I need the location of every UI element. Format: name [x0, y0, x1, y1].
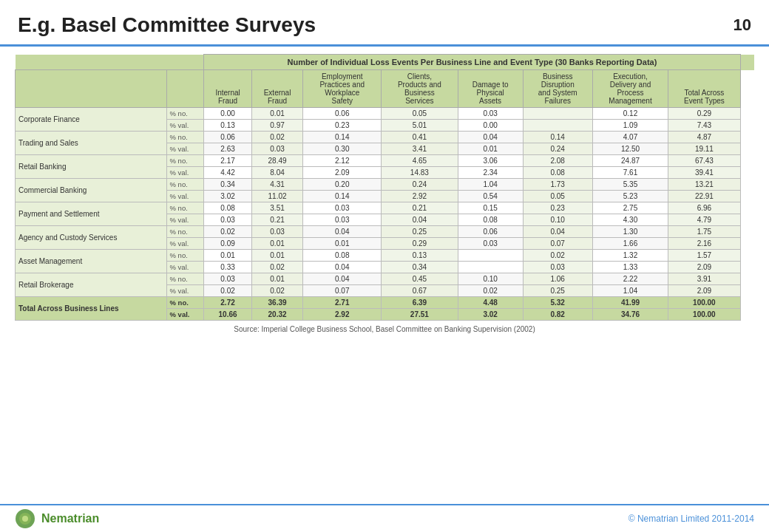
header-empty-left	[16, 55, 204, 70]
cell-no-6-7: 1.57	[668, 250, 740, 262]
cell-no-5-7: 1.75	[668, 226, 740, 238]
cell-no-0-3: 0.05	[382, 108, 458, 120]
cell-no-5-0: 0.02	[204, 226, 251, 238]
cell-val-3-4: 0.54	[458, 191, 523, 202]
cell-val-4-0: 0.03	[204, 214, 251, 226]
cell-no-4-3: 0.21	[382, 202, 458, 214]
cell-val-2-7: 39.41	[668, 167, 740, 179]
cell-val-1-3: 3.41	[382, 143, 458, 155]
page-number: 10	[734, 16, 751, 35]
data-table: Number of Individual Loss Events Per Bus…	[15, 54, 754, 321]
cell-val-2-3: 14.83	[382, 167, 458, 179]
cell-val-0-1: 0.97	[251, 120, 303, 132]
cell-val-5-1: 0.01	[251, 238, 303, 250]
cell-val-3-2: 0.14	[303, 191, 382, 202]
footer-copyright: © Nematrian Limited 2011-2014	[629, 514, 754, 524]
cell-val-7-7: 2.09	[668, 285, 740, 297]
cell-val-5-3: 0.29	[382, 238, 458, 250]
cell-no-2-3: 4.65	[382, 155, 458, 167]
cell-no-6-5: 0.02	[523, 250, 592, 262]
cell-no-1-1: 0.02	[251, 132, 303, 143]
cell-no-3-1: 4.31	[251, 179, 303, 191]
cell-val-8-6: 34.76	[592, 309, 668, 321]
cell-val-6-6: 1.33	[592, 262, 668, 273]
table-row: Total Across Business Lines% no.2.7236.3…	[16, 297, 754, 309]
cell-no-3-5: 1.73	[523, 179, 592, 191]
cell-val-0-7: 7.43	[668, 120, 740, 132]
cell-val-8-3: 27.51	[382, 309, 458, 321]
cell-no-2-7: 67.43	[668, 155, 740, 167]
cell-val-4-7: 4.79	[668, 214, 740, 226]
cell-no-8-4: 4.48	[458, 297, 523, 309]
table-row: Retail Banking% no.2.1728.492.124.653.06…	[16, 155, 754, 167]
cell-val-7-0: 0.02	[204, 285, 251, 297]
cell-val-6-1: 0.02	[251, 262, 303, 273]
cell-no-1-4: 0.04	[458, 132, 523, 143]
cell-no-2-0: 2.17	[204, 155, 251, 167]
pct-no-label-0: % no.	[166, 108, 204, 120]
row-label-5: Agency and Custody Services	[16, 226, 167, 250]
cell-no-6-0: 0.01	[204, 250, 251, 262]
cell-val-0-6: 1.09	[592, 120, 668, 132]
col-header-total: Total AcrossEvent Types	[668, 70, 740, 108]
row-label-3: Commercial Banking	[16, 179, 167, 202]
col-header-employment: EmploymentPractices andWorkplaceSafety	[303, 70, 382, 108]
cell-val-3-1: 11.02	[251, 191, 303, 202]
cell-no-8-2: 2.71	[303, 297, 382, 309]
cell-no-7-1: 0.01	[251, 273, 303, 285]
cell-no-6-3: 0.13	[382, 250, 458, 262]
cell-val-2-0: 4.42	[204, 167, 251, 179]
cell-val-7-4: 0.02	[458, 285, 523, 297]
cell-no-0-6: 0.12	[592, 108, 668, 120]
cell-no-1-2: 0.14	[303, 132, 382, 143]
cell-val-8-5: 0.82	[523, 309, 592, 321]
cell-val-2-6: 7.61	[592, 167, 668, 179]
main-content: Number of Individual Loss Events Per Bus…	[0, 47, 769, 338]
col-header-damage: Damage toPhysicalAssets	[458, 70, 523, 108]
cell-no-4-7: 6.96	[668, 202, 740, 214]
cell-val-7-6: 1.04	[592, 285, 668, 297]
cell-val-5-4: 0.03	[458, 238, 523, 250]
table-main-header: Number of Individual Loss Events Per Bus…	[16, 55, 754, 70]
cell-no-3-6: 5.35	[592, 179, 668, 191]
data-table-wrapper: Number of Individual Loss Events Per Bus…	[15, 54, 754, 333]
cell-no-1-6: 4.07	[592, 132, 668, 143]
cell-no-3-7: 13.21	[668, 179, 740, 191]
cell-val-7-1: 0.02	[251, 285, 303, 297]
cell-val-2-5: 0.08	[523, 167, 592, 179]
footer-brand-name: Nematrian	[41, 512, 99, 525]
table-row: Agency and Custody Services% no.0.020.03…	[16, 226, 754, 238]
cell-val-3-6: 5.23	[592, 191, 668, 202]
cell-val-5-7: 2.16	[668, 238, 740, 250]
cell-val-3-0: 3.02	[204, 191, 251, 202]
cell-no-2-5: 2.08	[523, 155, 592, 167]
cell-no-3-3: 0.24	[382, 179, 458, 191]
cell-val-0-5	[523, 120, 592, 132]
row-label-6: Asset Management	[16, 250, 167, 273]
row-label-8: Total Across Business Lines	[16, 297, 167, 321]
page-title: E.g. Basel Committee Surveys	[18, 13, 316, 37]
pct-val-label-4: % val.	[166, 214, 204, 226]
pct-no-label-1: % no.	[166, 132, 204, 143]
cell-no-1-5: 0.14	[523, 132, 592, 143]
cell-no-4-0: 0.08	[204, 202, 251, 214]
cell-no-4-4: 0.15	[458, 202, 523, 214]
cell-val-2-1: 8.04	[251, 167, 303, 179]
cell-val-0-0: 0.13	[204, 120, 251, 132]
cell-no-1-7: 4.87	[668, 132, 740, 143]
cell-no-0-1: 0.01	[251, 108, 303, 120]
cell-no-5-2: 0.04	[303, 226, 382, 238]
cell-no-5-1: 0.03	[251, 226, 303, 238]
cell-no-8-1: 36.39	[251, 297, 303, 309]
pct-no-label-8: % no.	[166, 297, 204, 309]
cell-val-1-0: 2.63	[204, 143, 251, 155]
cell-no-1-3: 0.41	[382, 132, 458, 143]
table-row: Retail Brokerage% no.0.030.010.040.450.1…	[16, 273, 754, 285]
cell-val-4-2: 0.03	[303, 214, 382, 226]
cell-no-5-5: 0.04	[523, 226, 592, 238]
cell-no-0-0: 0.00	[204, 108, 251, 120]
pct-no-label-4: % no.	[166, 202, 204, 214]
pct-val-label-7: % val.	[166, 285, 204, 297]
source-citation: Source: Imperial College Business School…	[15, 325, 754, 333]
cell-no-3-0: 0.34	[204, 179, 251, 191]
